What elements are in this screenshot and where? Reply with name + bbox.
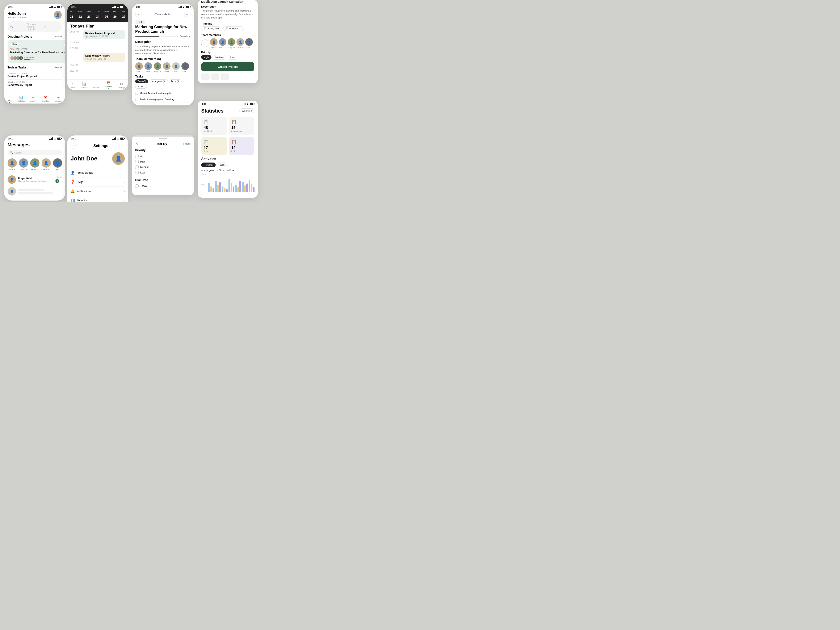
task-more-1[interactable]: ··· [57,73,62,77]
checkbox-high[interactable] [135,160,139,163]
checkbox-2[interactable] [135,98,138,101]
nav-home[interactable]: ⌂ Home [7,95,12,103]
filter-close-btn[interactable]: ✕ [135,141,138,146]
dots-button[interactable]: ··· [184,11,191,17]
cal-battery-icon [120,6,124,8]
member-avatar-zai: 👤 [182,62,189,70]
priority-medium[interactable]: Medium [213,55,226,60]
checkbox-today[interactable] [135,185,139,188]
read-more-link[interactable]: Read More [153,52,165,55]
start-date: 25 Oct, 2023 [207,27,219,30]
cal-nav-schedule[interactable]: 📅 Schedule [104,81,112,89]
task-item-2[interactable]: 3:00 PM - 3:45 PM Send Weekly Report ··· [8,80,62,88]
checkbox-medium[interactable] [135,166,139,169]
progress-icon: 📋 [231,119,252,124]
contact-emily[interactable]: 👤 Emily W. [30,158,39,171]
checkbox-low[interactable] [135,171,139,174]
tab-todo[interactable]: To do (6) [135,79,148,84]
filter-low[interactable]: Low [135,170,191,175]
priority-low[interactable]: Low [227,55,237,60]
project-detail-screen: Mobile App Launch Campaign Description T… [198,0,258,83]
settings-screen: 9:41 ▲ ‹ Settings John Doe 👤 👤 Profile D… [67,136,128,202]
team-members-row: 👤 Mark S. 👤 David J. 👤 Emily W. 👤 Jane S… [135,62,191,73]
nav-schedule[interactable]: 📅 Schedule [41,96,49,102]
settings-battery-icon [120,137,124,140]
weekly-dropdown[interactable]: Weekly ▾ [239,108,254,114]
settings-notifications[interactable]: 🔔 Notifications › [71,187,125,196]
contact-david[interactable]: 👤 David J. [19,158,28,171]
settings-faqs[interactable]: ❓ FAQs › [71,177,125,187]
event-report[interactable]: Send Weekly Report 🕒 3:00 PM - 3:45 PM [83,53,125,62]
msg-search-placeholder: Search [14,152,22,154]
tab-work[interactable]: Work [217,163,227,167]
weekday-label-fri: FRI [122,11,125,13]
tab-personal[interactable]: Personal [201,163,216,167]
checkbox-all[interactable] [135,155,139,158]
cal-nav-message[interactable]: ✉ Message [118,82,126,88]
member-avatar-emily: 👤 [154,62,161,70]
time-label-4pm: 4:00 PM [70,63,82,68]
msg-search-bar[interactable]: 🔍 Search [8,150,62,155]
settings-about-us[interactable]: ℹ️ About Us › [71,196,125,202]
total-tasks-number: 48 [204,126,224,130]
profile-details-chevron: › [124,171,125,175]
member-name-mark: Mark S. [136,71,142,73]
tab-done[interactable]: Done (9) [169,79,182,84]
task-item-1[interactable]: 10:00 AM - 11:15 AM Review Project Propo… [8,71,62,80]
more-btn[interactable]: ··· [64,43,65,47]
user-avatar[interactable]: 👤 [54,11,62,19]
filter-reset-btn[interactable]: Reset [183,142,191,145]
filter-medium[interactable]: Medium [135,164,191,170]
event-review[interactable]: Review Project Proposal 🕙 10:00 AM - 11:… [83,30,125,39]
project-card-1[interactable]: High ··· 📅 13 Oct - 30 Oct Marketing Cam… [8,40,65,63]
profile-avatar[interactable]: 👤 [112,152,125,165]
contact-sa[interactable]: 👤 Sa... [53,158,62,171]
time-label-6pm: 6:00 PM [70,69,82,74]
contact-mark[interactable]: 👤 Mark S. [8,158,17,171]
tasks-icon: 📋 [204,119,224,124]
project-date: 📅 13 Oct - 30 Oct [10,48,65,50]
nav-statistics[interactable]: 📊 Statistics [17,96,25,102]
cal-nav-stats-label: Statistics [81,87,88,88]
end-date-pill: 📅 15 Sep, 2023 [223,27,244,31]
tab-inprogress[interactable]: In progress (3) [149,79,167,84]
filter-header: ✕ Filter By Reset [135,139,191,148]
add-member-btn[interactable]: + [201,39,209,47]
nav-create[interactable]: ＋ Create [30,95,36,102]
priority-filter-section: Priority All High Medium Low [135,148,191,175]
create-project-button[interactable]: Create Project [201,62,254,71]
settings-profile-details[interactable]: 👤 Profile Details › [71,168,125,177]
filter-all[interactable]: All [135,153,191,159]
chart-legend: In progress To do Done [201,169,254,172]
settings-back-button[interactable]: ‹ [71,142,77,149]
filter-today[interactable]: Today [135,183,191,189]
tab-inreview[interactable]: In rev... [135,85,147,88]
contact-name-sa: Sa... [55,169,60,171]
cal-nav-create[interactable]: ＋ Create [93,82,99,89]
task-progress-row: 56% done [135,35,191,38]
stats-wifi-icon: ▲ [246,103,249,106]
contact-jane[interactable]: 👤 Jane S. [41,158,51,171]
weekday-num-sat: 21 [69,14,74,19]
task-more-2[interactable]: ··· [57,81,62,86]
nav-message[interactable]: ✉ Message [55,96,63,102]
filter-icon[interactable]: ⚙ [44,25,59,28]
view-all-tasks[interactable]: View all [54,66,62,69]
event-report-title: Send Weekly Report [85,54,123,57]
member-avatar-jane: 👤 [163,62,171,70]
filter-high[interactable]: High [135,159,191,164]
message-roger[interactable]: 👤 Roger Geidt I have a few updates to sh… [8,174,62,185]
weekday-tue[interactable]: TUE 24 [95,11,101,19]
checkbox-1[interactable] [135,92,138,95]
cal-nav-home[interactable]: ⌂ Home [70,82,75,88]
cal-nav-stats[interactable]: 📊 Statistics [81,82,88,88]
view-all-projects[interactable]: View all [54,35,62,38]
legend-label-todo: To do [219,169,224,172]
search-bar[interactable]: 🔍 Find your tasks & projects ⚙ [8,21,62,32]
priority-high[interactable]: High [201,55,212,60]
about-us-icon: ℹ️ [71,199,76,202]
back-button[interactable]: ‹ [135,11,142,17]
due-date-filter-section: Due Date Today [135,178,191,189]
time-slot-2pm: 2:00 PM [70,47,125,51]
msg-battery-icon [57,137,61,140]
